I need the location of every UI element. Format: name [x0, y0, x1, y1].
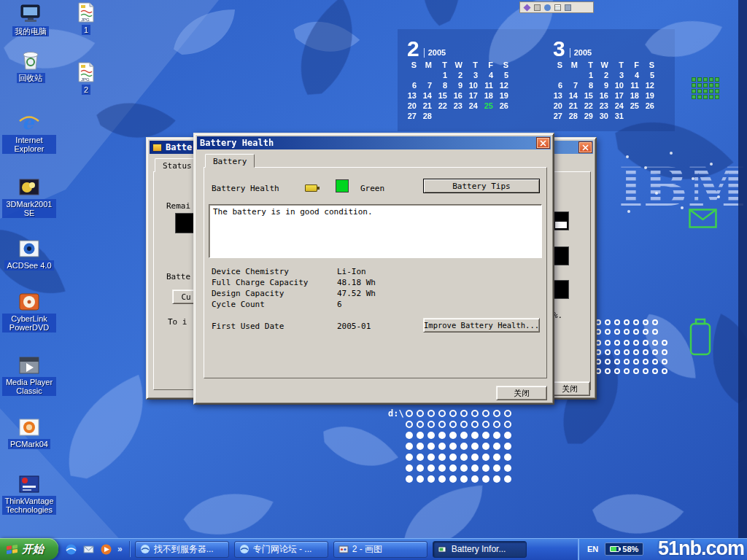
detail-label: Design Capacity [212, 289, 337, 298]
detail-row: Full Charge Capacity 48.18 Wh [212, 277, 376, 288]
decor-dot [427, 454, 435, 461]
battery-tips-button[interactable]: Battery Tips [423, 179, 540, 193]
battery-percent: 58% [622, 545, 638, 553]
calendar-day: 6 [406, 80, 421, 90]
decor-dot [662, 368, 667, 374]
deskband-icon[interactable] [544, 4, 551, 11]
decor-dot [504, 464, 511, 472]
close-icon[interactable] [537, 138, 549, 148]
calendar-day: 26 [498, 101, 513, 111]
decor-dot [417, 432, 424, 439]
decor-dot [449, 443, 457, 450]
decor-dot [605, 329, 611, 335]
calendar-day: 5 [498, 70, 513, 80]
desktop-icon-label: 我的电脑 [12, 26, 49, 36]
dot-pattern [406, 410, 511, 483]
desktop-icon-powerdvd[interactable]: CyberLink PowerDVD [1, 292, 57, 332]
desktop-icon-pcmark04[interactable]: PCMark04 [1, 417, 57, 449]
desktop-icon-thinkvantage[interactable]: ThinkVantage Technologies [1, 474, 57, 515]
condition-textbox[interactable]: The battery is in good condition. [209, 204, 542, 258]
desktop-icon-recycle-bin[interactable]: 回收站 [3, 48, 58, 83]
calendar-day: 27 [551, 111, 567, 121]
tab-battery[interactable]: Battery [205, 154, 255, 168]
battery-gauge [553, 246, 569, 265]
deskband-icon[interactable] [534, 4, 541, 11]
decor-dot [493, 410, 500, 417]
media-quicklaunch-icon[interactable] [100, 543, 112, 556]
taskbar-item-battery-information[interactable]: Battery Infor... [433, 541, 527, 558]
3dmark-icon [18, 177, 40, 198]
acdsee-icon [18, 238, 40, 259]
desktop-icon-acdsee[interactable]: ACDSee 4.0 [1, 238, 57, 271]
svg-text:JPG: JPG [81, 77, 90, 82]
calendar-day: 12 [498, 80, 513, 90]
battery-gauge [553, 280, 569, 299]
decor-dot [471, 410, 479, 417]
decor-dot [614, 368, 620, 374]
start-button[interactable]: 开始 [0, 538, 58, 560]
decor-dot [438, 464, 446, 472]
taskbar-item-label: 专门网论坛 - ... [253, 543, 312, 556]
pcmark-icon [18, 417, 40, 438]
detail-row: Design Capacity 47.52 Wh [212, 288, 376, 299]
decor-dot [482, 421, 489, 428]
mail-quicklaunch-icon[interactable] [82, 543, 95, 556]
battery-health-dialog[interactable]: Battery Health Battery Battery Health Gr… [193, 133, 554, 405]
calendar-day [628, 111, 643, 121]
desktop-file-jpg-2[interactable]: JPG 2 [67, 61, 105, 95]
desktop-icon-internet-explorer[interactable]: e Internet Explorer [1, 112, 57, 154]
calendar-day-header: S [551, 60, 567, 70]
desktop-icon-media-player-classic[interactable]: Media Player Classic [1, 355, 57, 396]
improve-battery-health-button[interactable]: Improve Battery Health... [423, 318, 540, 332]
ie-icon [140, 544, 150, 554]
health-status-text: Green [360, 184, 384, 193]
dialog-close-button[interactable]: 关闭 [496, 386, 547, 400]
calendar-title: 3 2005 [551, 39, 659, 58]
close-icon[interactable] [579, 142, 592, 152]
battery-health-titlebar[interactable]: Battery Health [197, 136, 551, 149]
taskbar-item-server-not-found[interactable]: 找不到服务器... [135, 541, 229, 558]
calendar-day: 25 [482, 101, 498, 111]
calendar-day: 14 [567, 90, 582, 101]
decor-dot [471, 475, 479, 483]
decor-dot [605, 349, 611, 355]
calendar-day: 17 [613, 90, 628, 101]
calendar-month-number: 2 [407, 39, 419, 58]
decor-dot [427, 410, 435, 417]
taskbar-item-label: Battery Infor... [452, 544, 506, 554]
calendar-day: 2 [597, 70, 613, 80]
language-indicator[interactable]: EN [587, 545, 598, 553]
decor-dot [406, 475, 413, 483]
deskband-icon[interactable] [523, 4, 530, 11]
start-label: 开始 [22, 542, 44, 556]
decor-dot [504, 421, 511, 428]
battery-decor-icon [689, 318, 712, 357]
calendar-day: 2 [452, 70, 467, 80]
calendar-day-header: S [406, 60, 421, 70]
jpg-file-icon: JPG [77, 61, 96, 83]
ie-quicklaunch-icon[interactable] [65, 543, 77, 556]
deskband-toolbar [519, 1, 594, 13]
close-window-button[interactable]: 关闭 [549, 381, 590, 396]
decor-dot [493, 432, 500, 439]
taskbar-item-forum[interactable]: 专门网论坛 - ... [234, 541, 328, 558]
desktop-icon-3dmark2001[interactable]: 3DMark2001 SE [1, 177, 57, 218]
dialog-title: Battery Health [200, 138, 274, 148]
desktop-file-jpg-1[interactable]: JPG 1 [67, 1, 105, 35]
first-used-row: First Used Date 2005-01 [212, 321, 371, 332]
calendar-day: 16 [452, 90, 467, 101]
deskband-icon[interactable] [554, 4, 561, 11]
decor-dot [624, 319, 630, 325]
decor-dot [662, 349, 667, 355]
calendar-day [498, 111, 513, 121]
taskbar-item-paint[interactable]: 2 - 画图 [333, 541, 427, 558]
calendar-day-header: T [467, 60, 482, 70]
decor-dot [460, 443, 468, 450]
battery-tray-indicator[interactable]: 58% [605, 542, 643, 556]
calendar-day: 22 [436, 101, 452, 111]
quick-launch-overflow[interactable]: » [117, 544, 123, 554]
decor-dot [652, 349, 658, 355]
calendar-day: 19 [643, 90, 659, 101]
desktop-icon-my-computer[interactable]: 我的电脑 [3, 3, 58, 36]
deskband-icon[interactable] [565, 4, 571, 11]
